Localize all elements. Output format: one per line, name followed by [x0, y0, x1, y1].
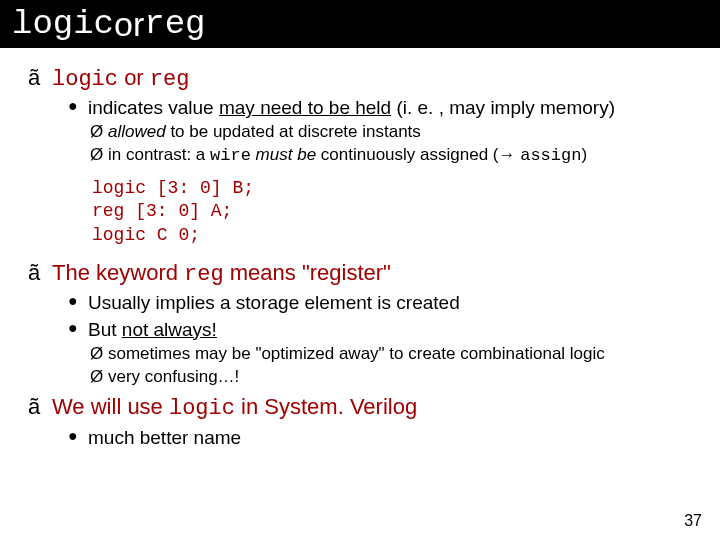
chevron-icon: Ø [90, 144, 108, 166]
code-line: logic C 0; [92, 224, 702, 247]
text: to be updated at discrete instants [166, 122, 421, 141]
code-block: logic [3: 0] B; reg [3: 0] A; logic C 0; [92, 177, 702, 247]
slide-title: logic or reg [0, 0, 720, 48]
code-line: reg [3: 0] A; [92, 200, 702, 223]
text-code: wire [210, 146, 251, 165]
text: The keyword [52, 260, 184, 285]
text: much better name [88, 426, 241, 450]
text-code: reg [150, 67, 190, 92]
bullet-logic-or-reg: ã logic or reg [28, 64, 702, 94]
title-code-1: logic [12, 5, 114, 43]
text: We will use [52, 394, 169, 419]
text-underline: not always! [122, 319, 217, 340]
text-code: logic [169, 396, 235, 421]
bullet-keyword-reg: ã The keyword reg means "register" [28, 259, 702, 289]
bullet-icon: ã [28, 259, 52, 287]
bullet-allowed: Ø allowed to be updated at discrete inst… [90, 121, 702, 143]
bullet-we-will-use: ã We will use logic in System. Verilog [28, 393, 702, 423]
chevron-icon: Ø [90, 121, 108, 143]
text: very confusing…! [108, 366, 239, 388]
text: continuously assigned ( [316, 145, 498, 164]
text-underline: may need to be held [219, 97, 391, 118]
chevron-icon: Ø [90, 343, 108, 365]
title-code-2: reg [144, 5, 205, 43]
text: indicates value [88, 97, 219, 118]
slide-body: ã logic or reg ● indicates value may nee… [0, 48, 720, 450]
arrow-icon: → [498, 145, 515, 164]
text: means "register" [224, 260, 391, 285]
bullet-in-contrast: Ø in contrast: a wire must be continuous… [90, 144, 702, 167]
text-code: reg [184, 262, 224, 287]
text: Usually implies a storage element is cre… [88, 291, 460, 315]
bullet-icon: ã [28, 393, 52, 421]
bullet-very-confusing: Ø very confusing…! [90, 366, 702, 388]
chevron-icon: Ø [90, 366, 108, 388]
bullet-icon: ã [28, 64, 52, 92]
bullet-indicates-value: ● indicates value may need to be held (i… [68, 96, 702, 120]
disc-icon: ● [68, 291, 88, 311]
text: in contrast: a [108, 145, 210, 164]
disc-icon: ● [68, 426, 88, 446]
text-code: assign [520, 146, 581, 165]
bullet-but-not-always: ● But not always! [68, 318, 702, 342]
bullet-usually-implies: ● Usually implies a storage element is c… [68, 291, 702, 315]
page-number: 37 [684, 512, 702, 530]
text: But [88, 319, 122, 340]
text-italic: must be [256, 145, 316, 164]
bullet-optimized-away: Ø sometimes may be "optimized away" to c… [90, 343, 702, 365]
text: ) [581, 145, 587, 164]
code-line: logic [3: 0] B; [92, 177, 702, 200]
text: or [118, 65, 150, 90]
bullet-better-name: ● much better name [68, 426, 702, 450]
text: (i. e. , may imply memory) [391, 97, 615, 118]
title-text-or: or [114, 5, 144, 44]
disc-icon: ● [68, 318, 88, 338]
disc-icon: ● [68, 96, 88, 116]
text: sometimes may be "optimized away" to cre… [108, 343, 605, 365]
text: in System. Verilog [235, 394, 417, 419]
text-code: logic [52, 67, 118, 92]
text-italic: allowed [108, 122, 166, 141]
